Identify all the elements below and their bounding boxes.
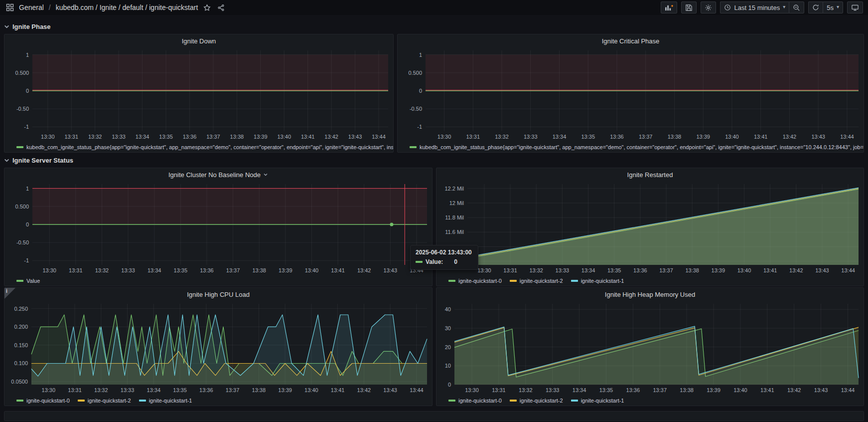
svg-text:13:33: 13:33 xyxy=(524,134,538,140)
legend-item[interactable]: kubedb_com_ignite_status_phase{app="igni… xyxy=(16,144,393,150)
svg-text:13:33: 13:33 xyxy=(121,267,135,273)
refresh-icon xyxy=(812,4,819,11)
svg-text:13:38: 13:38 xyxy=(685,267,699,273)
refresh-interval-picker[interactable]: 5s ▾ xyxy=(823,1,843,13)
monitor-icon xyxy=(851,4,859,11)
legend-swatch xyxy=(571,280,578,282)
legend-item[interactable]: ignite-quickstart-1 xyxy=(571,278,624,284)
svg-text:13:44: 13:44 xyxy=(841,267,855,273)
add-panel-button[interactable] xyxy=(661,1,677,13)
legend-item[interactable]: ignite-quickstart-2 xyxy=(510,398,563,404)
svg-text:13:36: 13:36 xyxy=(199,387,213,393)
panel-legend: ignite-quickstart-0ignite-quickstart-2ig… xyxy=(436,396,864,406)
panel-title[interactable]: Ignite Cluster No Baseline Node xyxy=(4,168,432,181)
svg-text:13:36: 13:36 xyxy=(633,267,647,273)
legend-item[interactable]: kubedb_com_ignite_status_phase{app="igni… xyxy=(410,144,864,150)
row-title: Ignite Server Status xyxy=(12,157,73,164)
cycle-view-mode-button[interactable] xyxy=(847,1,863,13)
svg-text:13:41: 13:41 xyxy=(331,267,345,273)
svg-text:13:30: 13:30 xyxy=(42,267,56,273)
svg-text:-1: -1 xyxy=(24,257,29,263)
svg-text:13:38: 13:38 xyxy=(252,267,266,273)
svg-text:13:30: 13:30 xyxy=(42,387,56,393)
clock-icon xyxy=(724,4,731,11)
legend-item[interactable]: ignite-quickstart-2 xyxy=(78,398,131,404)
svg-text:13:41: 13:41 xyxy=(763,267,777,273)
breadcrumb-dashboard-title[interactable]: kubedb.com / Ignite / default / ignite-q… xyxy=(56,3,198,11)
panel-title[interactable]: Ignite Critical Phase xyxy=(398,34,864,47)
legend-item[interactable]: ignite-quickstart-0 xyxy=(448,278,502,284)
svg-text:13:37: 13:37 xyxy=(226,267,240,273)
star-icon[interactable] xyxy=(202,2,212,12)
svg-text:0.250: 0.250 xyxy=(14,306,28,312)
time-series-chart[interactable]: 10.5000-0.50-113:3013:3113:3213:3313:341… xyxy=(4,181,432,276)
row-title: Ignite Phase xyxy=(12,23,51,30)
svg-text:13:38: 13:38 xyxy=(668,134,682,140)
svg-text:40: 40 xyxy=(445,306,451,312)
zoom-out-time-button[interactable] xyxy=(789,1,804,13)
breadcrumb-folder[interactable]: General xyxy=(19,3,44,11)
panel-title[interactable]: Ignite Restarted xyxy=(436,168,864,181)
time-series-chart[interactable]: 40302010013:3013:3113:3213:3313:3413:351… xyxy=(436,301,864,396)
svg-text:13:42: 13:42 xyxy=(357,267,371,273)
grafana-dashboard: General / kubedb.com / Ignite / default … xyxy=(0,0,868,422)
time-series-chart[interactable]: 10.5000-0.50-113:3013:3113:3213:3313:341… xyxy=(4,47,393,142)
svg-text:13:42: 13:42 xyxy=(789,267,803,273)
legend-label: ignite-quickstart-1 xyxy=(149,398,192,404)
row-header-ignite-server-status[interactable]: Ignite Server Status xyxy=(4,154,864,167)
svg-text:13:40: 13:40 xyxy=(733,387,747,393)
share-icon[interactable] xyxy=(216,2,226,12)
svg-text:0.500: 0.500 xyxy=(408,70,422,76)
row-header-ignite-phase[interactable]: Ignite Phase xyxy=(4,20,864,33)
svg-text:13:35: 13:35 xyxy=(159,134,173,140)
legend-item[interactable]: Value xyxy=(16,278,40,284)
legend-swatch xyxy=(16,280,23,282)
panel-legend: kubedb_com_ignite_status_phase{app="igni… xyxy=(398,142,864,152)
svg-text:13:44: 13:44 xyxy=(840,134,854,140)
svg-text:13:40: 13:40 xyxy=(277,134,291,140)
next-panel-sliver xyxy=(4,411,864,421)
time-series-chart[interactable]: 12.2 Mil12 Mil11.8 Mil11.6 Mil11.4 Mil11… xyxy=(436,181,864,276)
apps-grid-icon[interactable] xyxy=(5,2,15,12)
panel-title[interactable]: Ignite Down xyxy=(4,34,393,47)
svg-text:13:40: 13:40 xyxy=(305,267,319,273)
chevron-down-icon xyxy=(4,24,9,29)
legend-item[interactable]: ignite-quickstart-1 xyxy=(139,398,192,404)
svg-text:13:32: 13:32 xyxy=(519,387,533,393)
legend-swatch xyxy=(448,280,455,282)
svg-text:13:42: 13:42 xyxy=(783,134,797,140)
refresh-button[interactable] xyxy=(808,1,823,13)
svg-text:13:40: 13:40 xyxy=(725,134,739,140)
svg-text:13:31: 13:31 xyxy=(492,387,506,393)
svg-text:13:43: 13:43 xyxy=(383,387,397,393)
dashboard-body: Ignite Phase Ignite Down 10.5000-0.50-11… xyxy=(0,15,868,422)
panel-title[interactable]: Ignite High CPU Load xyxy=(4,288,432,301)
panel-info-corner-icon[interactable]: i xyxy=(4,288,15,299)
bar-chart-plus-icon xyxy=(665,4,673,11)
svg-text:13:34: 13:34 xyxy=(147,267,161,273)
svg-text:13:42: 13:42 xyxy=(357,387,371,393)
tooltip-series-name: Value: xyxy=(426,258,443,265)
legend-item[interactable]: ignite-quickstart-2 xyxy=(510,278,563,284)
time-series-chart[interactable]: 0.2500.2000.1500.1000.050013:3013:3113:3… xyxy=(4,301,432,396)
dashboard-settings-button[interactable] xyxy=(701,1,716,13)
legend-label: kubedb_com_ignite_status_phase{app="igni… xyxy=(420,144,864,150)
svg-text:1: 1 xyxy=(26,52,29,58)
svg-text:0.100: 0.100 xyxy=(14,360,28,366)
legend-item[interactable]: ignite-quickstart-0 xyxy=(448,398,502,404)
panel-ignite-high-cpu-load: i Ignite High CPU Load 0.2500.2000.1500.… xyxy=(4,287,433,406)
svg-text:13:31: 13:31 xyxy=(69,267,83,273)
save-dashboard-button[interactable] xyxy=(681,1,697,13)
time-series-chart[interactable]: 10.5000-0.50-113:3013:3113:3213:3313:341… xyxy=(398,47,864,142)
time-range-picker[interactable]: Last 15 minutes ▾ xyxy=(720,1,789,13)
svg-text:13:31: 13:31 xyxy=(68,387,82,393)
svg-text:1: 1 xyxy=(26,186,29,192)
legend-label: ignite-quickstart-0 xyxy=(458,398,502,404)
svg-text:13:33: 13:33 xyxy=(546,387,560,393)
legend-item[interactable]: ignite-quickstart-0 xyxy=(16,398,70,404)
legend-swatch xyxy=(448,400,455,402)
panel-title[interactable]: Ignite High Heap Memory Used xyxy=(436,288,864,301)
legend-item[interactable]: ignite-quickstart-1 xyxy=(571,398,624,404)
svg-text:0: 0 xyxy=(448,382,451,388)
svg-text:30: 30 xyxy=(445,325,451,331)
